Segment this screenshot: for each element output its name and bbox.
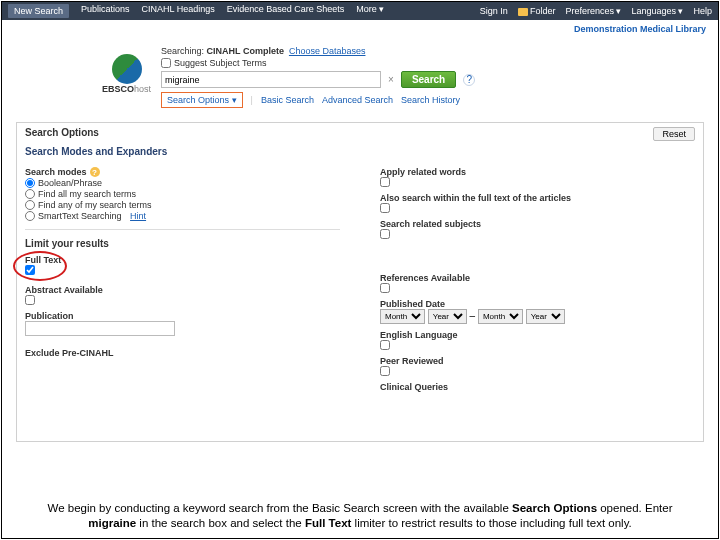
hint-icon[interactable]: ? [90,167,100,177]
subnav: Demonstration Medical Library [2,20,718,38]
nav-signin[interactable]: Sign In [480,6,508,16]
peer-reviewed-label: Peer Reviewed [380,356,695,366]
exclude-pre-cinahl-label: Exclude Pre-CINAHL [25,348,340,358]
suggest-subject-terms-label: Suggest Subject Terms [174,58,266,68]
suggest-subject-terms-checkbox[interactable] [161,58,171,68]
search-options-toggle[interactable]: Search Options ▾ [161,92,243,108]
mode-all-terms-radio[interactable] [25,189,35,199]
smarttext-hint-link[interactable]: Hint [130,211,146,221]
nav-ebc-sheets[interactable]: Evidence Based Care Sheets [227,4,345,18]
nav-publications[interactable]: Publications [81,4,130,18]
mode-any-terms-radio[interactable] [25,200,35,210]
annotation-circle [13,251,67,281]
nav-help[interactable]: Help [693,6,712,16]
date-to-year[interactable]: Year [526,309,565,324]
nav-folder[interactable]: Folder [518,6,556,16]
abstract-available-label: Abstract Available [25,285,340,295]
nav-preferences[interactable]: Preferences ▾ [565,6,621,16]
references-available-checkbox[interactable] [380,283,390,293]
full-text-label: Full Text [25,255,340,265]
reset-button[interactable]: Reset [653,127,695,141]
panel-title: Search Options [25,127,695,138]
search-modes-label: Search modes? [25,167,340,177]
related-subjects-label: Search related subjects [380,219,695,229]
also-fulltext-label: Also search within the full text of the … [380,193,695,203]
nav-more[interactable]: More ▾ [356,4,384,18]
clinical-queries-label: Clinical Queries [380,382,695,392]
abstract-available-checkbox[interactable] [25,295,35,305]
publication-input[interactable] [25,321,175,336]
peer-reviewed-checkbox[interactable] [380,366,390,376]
searching-label: Searching: CINAHL Complete Choose Databa… [161,46,704,56]
demo-library-link[interactable]: Demonstration Medical Library [574,24,706,34]
apply-related-checkbox[interactable] [380,177,390,187]
folder-icon [518,8,528,16]
modes-expanders-head: Search Modes and Expanders [25,146,695,157]
published-date-label: Published Date [380,299,695,309]
nav-languages[interactable]: Languages ▾ [631,6,683,16]
nav-new-search[interactable]: New Search [8,4,69,18]
choose-databases-link[interactable]: Choose Databases [289,46,366,56]
mode-boolean-radio[interactable] [25,178,35,188]
slide-caption: We begin by conducting a keyword search … [2,501,718,532]
apply-related-label: Apply related words [380,167,695,177]
limit-results-head: Limit your results [25,238,340,249]
english-language-label: English Language [380,330,695,340]
search-button[interactable]: Search [401,71,456,88]
advanced-search-link[interactable]: Advanced Search [322,95,393,105]
ebsco-logo: EBSCOhost [102,54,151,94]
also-fulltext-checkbox[interactable] [380,203,390,213]
search-history-link[interactable]: Search History [401,95,460,105]
date-to-month[interactable]: Month [478,309,523,324]
search-input[interactable] [161,71,381,88]
mode-smarttext-radio[interactable] [25,211,35,221]
related-subjects-checkbox[interactable] [380,229,390,239]
basic-search-link[interactable]: Basic Search [261,95,314,105]
help-icon[interactable]: ? [463,74,475,86]
top-navigation: New Search Publications CINAHL Headings … [2,2,718,20]
date-from-year[interactable]: Year [428,309,467,324]
publication-label: Publication [25,311,340,321]
search-options-panel: Search Options Reset Search Modes and Ex… [16,122,704,442]
references-available-label: References Available [380,273,695,283]
clear-icon[interactable]: × [385,74,397,85]
date-from-month[interactable]: Month [380,309,425,324]
nav-cinahl-headings[interactable]: CINAHL Headings [142,4,215,18]
english-language-checkbox[interactable] [380,340,390,350]
globe-icon [112,54,142,84]
